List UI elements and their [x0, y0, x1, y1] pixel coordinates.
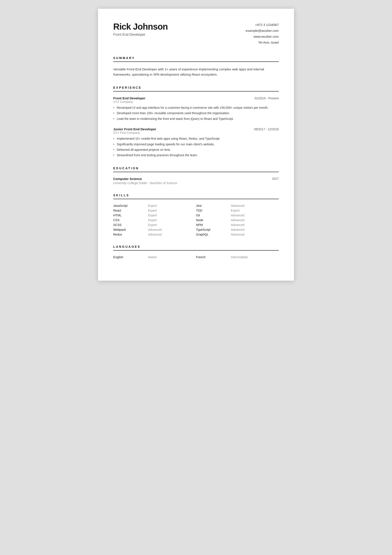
- job-item-1: Front End Developer 01/2019 - Present XY…: [113, 96, 279, 121]
- skill-redux: Redux Advanced: [113, 233, 196, 236]
- header: Rick Johnson Front End Developer +972 3 …: [113, 22, 279, 45]
- skills-grid: JavaScript Expert React Expert HTML Expe…: [113, 204, 279, 236]
- job-bullets-2: Implemented 10+ mobile-first web apps us…: [113, 136, 279, 158]
- bullet-1-1: Revamped UI and app interface for a cust…: [113, 105, 279, 110]
- skill-css: CSS Expert: [113, 218, 196, 222]
- job-dates-1: 01/2019 - Present: [255, 96, 279, 100]
- job-bullets-1: Revamped UI and app interface for a cust…: [113, 105, 279, 121]
- languages-right-column: French Intermediate: [196, 256, 279, 259]
- skills-section: SKILLS JavaScript Expert React Expert HT…: [113, 193, 279, 236]
- skills-right-column: Jest Advanced TDD Expert Git Advanced No…: [196, 204, 279, 236]
- experience-section: EXPERIENCE Front End Developer 01/2019 -…: [113, 86, 279, 158]
- languages-title: LANGUAGES: [113, 245, 279, 248]
- degree-1: Computer Science: [113, 177, 177, 181]
- bullet-2-1: Implemented 10+ mobile-first web apps us…: [113, 136, 279, 141]
- skill-tdd: TDD Expert: [196, 209, 279, 212]
- bullet-2-3: Delivered all appointed projects on time…: [113, 147, 279, 152]
- education-divider: [113, 172, 279, 172]
- skill-graphql: GraphQL Advanced: [196, 233, 279, 236]
- bullet-1-3: Lead the team in modernizing the front e…: [113, 116, 279, 121]
- summary-title: SUMMARY: [113, 56, 279, 60]
- skill-javascript: JavaScript Expert: [113, 204, 196, 207]
- education-item-1: Computer Science University College Dubl…: [113, 177, 279, 185]
- skill-git: Git Advanced: [196, 213, 279, 217]
- languages-section: LANGUAGES English Native French Intermed…: [113, 245, 279, 259]
- languages-divider: [113, 250, 279, 251]
- language-french: French Intermediate: [196, 256, 279, 259]
- bullet-2-2: Significantly improved page loading spee…: [113, 142, 279, 147]
- skill-npm: NPM Advanced: [196, 223, 279, 227]
- job-title-2: Junior Front End Developer: [113, 127, 156, 131]
- languages-grid: English Native French Intermediate: [113, 256, 279, 259]
- email: example@wozber.com: [246, 28, 279, 34]
- skill-react: React Expert: [113, 209, 196, 212]
- bullet-2-4: Streamlined front end testing practices …: [113, 153, 279, 158]
- edu-year-1: 2017: [272, 177, 279, 180]
- skill-webpack: Webpack Advanced: [113, 228, 196, 231]
- edu-left-1: Computer Science University College Dubl…: [113, 177, 177, 185]
- job-title-1: Front End Developer: [113, 96, 145, 100]
- company-name-1: XYZ Company: [113, 100, 279, 103]
- job-dates-2: 08/2017 - 12/2018: [254, 127, 279, 131]
- header-left: Rick Johnson Front End Developer: [113, 22, 168, 37]
- phone: +972 3 1234567: [246, 22, 279, 28]
- skills-left-column: JavaScript Expert React Expert HTML Expe…: [113, 204, 196, 236]
- website: www.wozber.com: [246, 34, 279, 39]
- job-header-2: Junior Front End Developer 08/2017 - 12/…: [113, 127, 279, 131]
- skills-title: SKILLS: [113, 193, 279, 197]
- company-name-2: ZXY First Company: [113, 131, 279, 134]
- summary-text: Versatile Front-End Developer with 2+ ye…: [113, 67, 279, 77]
- summary-section: SUMMARY Versatile Front-End Developer wi…: [113, 56, 279, 77]
- candidate-name: Rick Johnson: [113, 22, 168, 31]
- job-header-1: Front End Developer 01/2019 - Present: [113, 96, 279, 100]
- experience-title: EXPERIENCE: [113, 86, 279, 89]
- candidate-title: Front End Developer: [113, 33, 168, 37]
- skills-divider: [113, 199, 279, 199]
- education-section: EDUCATION Computer Science University Co…: [113, 167, 279, 185]
- institution-1: University College Dublin - Bachelor of …: [113, 181, 177, 185]
- job-item-2: Junior Front End Developer 08/2017 - 12/…: [113, 127, 279, 158]
- experience-divider: [113, 91, 279, 92]
- header-right: +972 3 1234567 example@wozber.com www.wo…: [246, 22, 279, 45]
- bullet-1-2: Developed more than 100+ reusable compon…: [113, 111, 279, 116]
- skill-node: Node Advanced: [196, 218, 279, 222]
- location: Tel Aviv, Israel: [246, 39, 279, 45]
- skill-typescript: TypeScript Advanced: [196, 228, 279, 231]
- skill-html: HTML Expert: [113, 213, 196, 217]
- skill-scss: SCSS Expert: [113, 223, 196, 227]
- summary-divider: [113, 61, 279, 62]
- language-english: English Native: [113, 256, 196, 259]
- skill-jest: Jest Advanced: [196, 204, 279, 207]
- education-title: EDUCATION: [113, 167, 279, 170]
- resume-page: Rick Johnson Front End Developer +972 3 …: [98, 9, 294, 281]
- languages-left-column: English Native: [113, 256, 196, 259]
